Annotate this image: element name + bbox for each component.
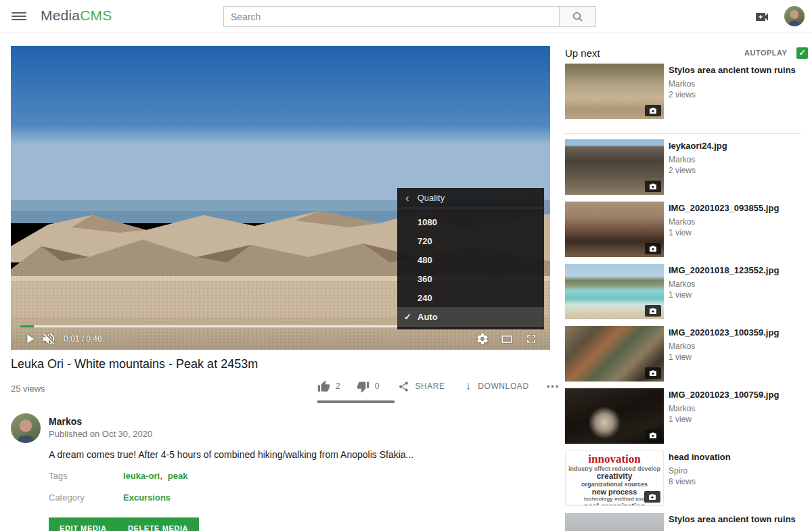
share-icon xyxy=(398,381,409,392)
item-author: Markos xyxy=(669,404,801,413)
item-views: 8 views xyxy=(669,477,801,486)
play-button[interactable] xyxy=(20,329,39,348)
tag-link-leuka-ori[interactable]: leuka-ori xyxy=(123,471,160,481)
item-title[interactable]: IMG_20201023_100759.jpg xyxy=(669,390,801,400)
volume-muted-icon[interactable] xyxy=(39,329,58,348)
thumbnail[interactable] xyxy=(565,64,664,119)
download-icon: ↓ xyxy=(466,379,472,393)
thumb-down-icon xyxy=(357,380,369,393)
video-player[interactable]: ‹ Quality 1080 720 480 360 240 ✓ Auto xyxy=(11,46,550,350)
item-title[interactable]: IMG_20201023_093855.jpg xyxy=(669,203,801,214)
upload-media-icon[interactable] xyxy=(754,9,770,25)
thumbnail[interactable] xyxy=(565,264,664,319)
thumbnail[interactable] xyxy=(565,513,664,531)
thumbnail[interactable] xyxy=(565,326,664,382)
camera-icon xyxy=(649,307,657,315)
download-label: DOWNLOAD xyxy=(478,382,528,391)
item-views: 1 view xyxy=(669,290,801,300)
tag-link-peak[interactable]: peak xyxy=(168,471,188,481)
item-views: 2 views xyxy=(669,90,801,99)
autoplay-checkbox[interactable]: ✓ xyxy=(796,47,808,59)
dislike-count: 0 xyxy=(375,382,380,391)
camera-icon xyxy=(649,369,657,377)
up-next-title: Up next xyxy=(565,47,600,59)
quality-option-360[interactable]: 360 xyxy=(397,269,544,288)
settings-icon[interactable] xyxy=(473,329,492,348)
wordcloud-text: creativity xyxy=(566,472,663,481)
thumbnail[interactable] xyxy=(565,139,664,195)
edit-media-button[interactable]: EDIT MEDIA xyxy=(49,517,118,531)
quality-option-480[interactable]: 480 xyxy=(397,250,544,269)
list-item[interactable]: Stylos area ancient town ruins Markos 2 … xyxy=(565,64,801,119)
logo-cms: CMS xyxy=(80,7,112,23)
thumb-up-icon xyxy=(317,380,330,393)
list-item[interactable]: innovation industry effect reduced devel… xyxy=(565,451,801,506)
item-title[interactable]: head inovation xyxy=(669,452,801,463)
item-title[interactable]: Stylos area ancient town ruins xyxy=(669,514,801,525)
item-views: 1 view xyxy=(669,415,801,424)
dislike-button[interactable]: 0 xyxy=(357,380,380,393)
time-display: 0:01 / 0:46 xyxy=(64,334,102,344)
item-title[interactable]: leykaori24.jpg xyxy=(669,141,801,152)
search-button[interactable] xyxy=(559,6,596,27)
quality-option-auto[interactable]: ✓ Auto xyxy=(397,307,544,327)
item-views: 1 view xyxy=(669,352,801,362)
views-count: 25 views xyxy=(11,384,45,394)
quality-option-720[interactable]: 720 xyxy=(397,231,544,250)
fullscreen-icon[interactable] xyxy=(522,329,541,348)
menu-icon[interactable] xyxy=(12,10,26,22)
list-item[interactable]: IMG_20201023_100759.jpg Markos 1 view xyxy=(565,388,801,444)
delete-media-button[interactable]: DELETE MEDIA xyxy=(117,517,199,531)
item-author: Markos xyxy=(669,79,801,89)
author-name[interactable]: Markos xyxy=(49,416,82,427)
tags-label: Tags xyxy=(49,471,123,481)
quality-option-auto-label: Auto xyxy=(418,312,438,322)
category-link[interactable]: Excursions xyxy=(123,492,171,503)
item-author: Markos xyxy=(669,279,801,289)
quality-menu-header[interactable]: ‹ Quality xyxy=(397,188,544,208)
item-author: Markos xyxy=(669,342,801,351)
item-title[interactable]: IMG_20201023_100359.jpg xyxy=(669,327,801,338)
camera-icon xyxy=(649,107,657,115)
thumbnail[interactable] xyxy=(565,202,664,257)
list-item[interactable]: Stylos area ancient town ruins xyxy=(565,513,801,531)
logo[interactable]: MediaCMS xyxy=(41,7,112,24)
list-item[interactable]: IMG_20201018_123552.jpg Markos 1 view xyxy=(565,264,801,319)
wordcloud-text: organizational sources xyxy=(566,481,663,488)
search-input[interactable] xyxy=(223,6,559,27)
wordcloud-text: innovation xyxy=(566,453,663,465)
tags-row: Tags leuka-ori , peak xyxy=(49,471,187,481)
item-views: 2 views xyxy=(669,166,801,175)
item-title[interactable]: Stylos area ancient town ruins xyxy=(669,65,801,76)
media-description: A dream comes true! After 4-5 hours of c… xyxy=(49,449,413,460)
search-icon xyxy=(572,11,584,23)
back-icon: ‹ xyxy=(405,192,409,204)
quality-option-1080[interactable]: 1080 xyxy=(397,212,544,231)
like-button[interactable]: 2 xyxy=(317,380,340,393)
thumbnail[interactable]: innovation industry effect reduced devel… xyxy=(565,451,664,506)
list-item[interactable]: IMG_20201023_100359.jpg Markos 1 view xyxy=(565,326,801,382)
category-label: Category xyxy=(49,492,123,503)
camera-icon xyxy=(649,245,657,253)
thumbnail[interactable] xyxy=(565,388,664,444)
item-author: Markos xyxy=(669,217,801,227)
sidebar-divider xyxy=(565,133,801,134)
item-title[interactable]: IMG_20201018_123552.jpg xyxy=(669,265,801,276)
share-button[interactable]: SHARE xyxy=(398,381,445,392)
camera-icon xyxy=(649,432,657,440)
user-avatar[interactable] xyxy=(784,6,805,26)
quality-menu: ‹ Quality 1080 720 480 360 240 ✓ Auto xyxy=(397,188,544,329)
top-bar: MediaCMS xyxy=(0,0,812,32)
list-item[interactable]: IMG_20201023_093855.jpg Markos 1 view xyxy=(565,202,801,257)
download-button[interactable]: ↓ DOWNLOAD xyxy=(466,379,529,393)
quality-option-240[interactable]: 240 xyxy=(397,288,544,307)
actions-row: 2 0 SHARE ↓ DOWNLOAD ••• xyxy=(317,376,560,396)
theater-mode-icon[interactable] xyxy=(497,329,516,348)
author-avatar[interactable] xyxy=(11,413,41,443)
item-author: Markos xyxy=(669,155,801,164)
quality-menu-title: Quality xyxy=(418,193,445,203)
more-options-icon[interactable]: ••• xyxy=(547,382,560,392)
list-item[interactable]: leykaori24.jpg Markos 2 views xyxy=(565,139,801,195)
progress-played xyxy=(20,325,34,327)
like-dislike-indicator xyxy=(317,400,394,403)
